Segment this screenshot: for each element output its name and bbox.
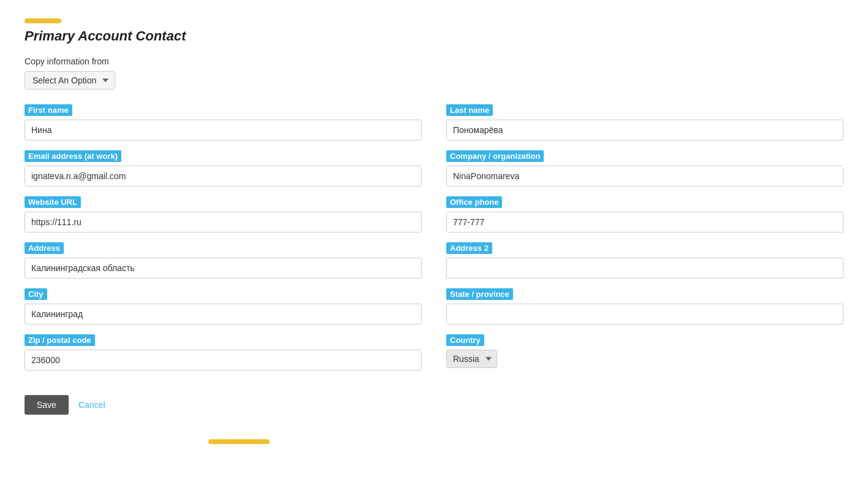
email-label: Email address (at work) — [25, 150, 121, 162]
copy-info-dropdown[interactable]: Select An Option — [25, 71, 115, 90]
city-label: City — [25, 288, 47, 300]
company-input[interactable] — [446, 166, 843, 186]
page-title: Primary Account Contact — [25, 28, 843, 44]
state-label: State / province — [446, 288, 513, 300]
country-label: Country — [446, 334, 484, 346]
address-input[interactable] — [25, 258, 422, 278]
address2-label: Address 2 — [446, 242, 492, 254]
cancel-link[interactable]: Cancel — [78, 400, 105, 410]
last-name-label: Last name — [446, 104, 493, 116]
country-select[interactable]: Russia — [446, 350, 497, 368]
office-phone-input[interactable] — [446, 212, 843, 232]
save-button[interactable]: Save — [25, 395, 69, 415]
email-input[interactable] — [25, 166, 422, 186]
address-label: Address — [25, 242, 64, 254]
copy-info-label: Copy information from — [25, 56, 843, 66]
office-phone-label: Office phone — [446, 196, 502, 208]
state-input[interactable] — [446, 304, 843, 324]
website-label: Website URL — [25, 196, 81, 208]
decorative-line-bottom — [208, 439, 270, 444]
zip-input[interactable] — [25, 350, 422, 371]
zip-label: Zip / postal code — [25, 334, 95, 346]
first-name-label: First name — [25, 104, 72, 116]
last-name-input[interactable] — [446, 120, 843, 140]
first-name-input[interactable] — [25, 120, 422, 140]
city-input[interactable] — [25, 304, 422, 324]
decorative-line-top — [25, 18, 61, 23]
company-label: Company / organization — [446, 150, 544, 162]
website-input[interactable] — [25, 212, 422, 232]
address2-input[interactable] — [446, 258, 843, 278]
